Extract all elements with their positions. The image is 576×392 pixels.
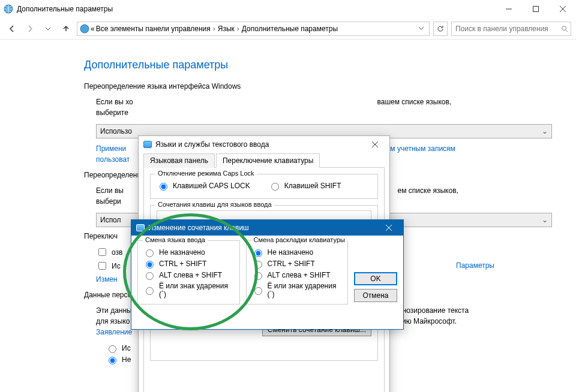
keyboard-icon [136,224,145,231]
dialog-title: Изменение сочетания клавиш [148,224,249,232]
dialog-titlebar: Изменение сочетания клавиш [131,220,403,236]
tab-language-bar[interactable]: Языковая панель [143,153,215,168]
checkbox[interactable] [98,262,106,270]
group-label: Смена раскладки клавиатуры [251,236,347,243]
radio[interactable] [254,287,262,295]
svg-point-3 [562,26,566,30]
back-button[interactable] [5,22,19,36]
radio-capslock[interactable]: Клавишей CAPS LOCK [157,181,250,191]
breadcrumb-dropdown[interactable] [416,25,427,33]
tab-strip: Языковая панель Переключение клавиатуры [143,153,385,168]
chevron-right-icon: › [236,25,241,33]
group-label: Смена языка ввода [143,236,208,243]
radio-ctrl-shift[interactable]: CTRL + SHIFT [251,259,343,269]
radio[interactable] [254,261,262,269]
forward-button[interactable] [23,22,37,36]
breadcrumb-item[interactable]: Все элементы панели управления [96,25,211,33]
layout-group: Смена раскладки клавиатуры Не назначено … [246,240,349,304]
close-button[interactable] [363,137,387,152]
section-text: Если вы хо вашем списке языков, выберите [96,97,492,118]
radio[interactable] [254,249,262,257]
radio[interactable] [160,183,167,191]
chevron-down-icon: ⌄ [542,127,548,135]
privacy-link[interactable]: Заявление [96,328,132,336]
radio[interactable] [146,249,154,257]
search-input[interactable] [454,24,561,34]
navigation-bar: « Все элементы панели управления › Язык … [0,18,576,40]
radio[interactable] [146,261,154,269]
chevron-down-icon: ⌄ [542,216,548,224]
radio-grave[interactable]: Ё или знак ударения (`) [251,282,343,298]
dialog-titlebar: Языки и службы текстового ввода [139,136,389,153]
dialog-title: Языки и службы текстового ввода [155,140,269,149]
radio[interactable] [146,272,154,280]
radio-none[interactable]: Не назначено [143,248,235,257]
svg-point-2 [80,25,89,33]
parameters-link[interactable]: Параметры [456,261,494,270]
group-label: Сочетания клавиш для языков ввода [155,201,274,208]
search-icon [561,25,568,32]
radio-grave[interactable]: Ё или знак ударения (`) [143,282,235,298]
search-box[interactable] [451,22,571,36]
breadcrumb-prefix: « [91,25,95,33]
input-language-group: Смена языка ввода Не назначено CTRL + SH… [137,240,240,304]
window-titlebar: Дополнительные параметры [0,0,576,18]
radio-ctrl-shift[interactable]: CTRL + SHIFT [143,259,235,269]
page-title: Дополнительные параметры [84,59,492,71]
breadcrumb-icon [80,24,89,34]
group-label: Отключение режима Caps Lock [155,170,257,177]
section-header-ui-lang: Переопределение языка интерфейса Windows [84,82,492,91]
recent-button[interactable] [41,22,55,36]
keyboard-icon [143,141,152,148]
ok-button[interactable]: OK [354,272,397,285]
radio[interactable] [109,345,116,353]
capslock-group: Отключение режима Caps Lock Клавишей CAP… [150,174,378,199]
window-title: Дополнительные параметры [17,5,113,13]
breadcrumb[interactable]: « Все элементы панели управления › Язык … [77,22,430,36]
radio[interactable] [109,357,116,364]
content-area: Дополнительные параметры Переопределение… [0,40,576,392]
user-link[interactable]: пользоват [96,155,130,164]
svg-rect-1 [533,7,538,12]
up-button[interactable] [59,22,73,36]
breadcrumb-item[interactable]: Язык [218,25,235,33]
radio[interactable] [254,272,262,280]
tab-keyboard-switch[interactable]: Переключение клавиатуры [216,153,320,168]
change-link[interactable]: Измен [96,275,118,284]
close-button[interactable] [377,221,401,235]
radio[interactable] [146,287,154,295]
minimize-button[interactable] [495,0,522,18]
maximize-button[interactable] [522,0,549,18]
checkbox[interactable] [98,248,106,256]
refresh-button[interactable] [433,22,448,36]
radio[interactable] [271,183,279,191]
change-hotkey-dialog: Изменение сочетания клавиш Смена языка в… [131,219,404,330]
radio-alt-shift[interactable]: ALT слева + SHIFT [251,270,343,280]
breadcrumb-item[interactable]: Дополнительные параметры [242,25,338,33]
radio-shift[interactable]: Клавишей SHIFT [268,181,341,191]
close-button[interactable] [549,0,576,18]
chevron-right-icon: › [212,25,217,33]
app-icon [4,4,13,14]
cancel-button[interactable]: Отмена [354,289,397,302]
apply-link[interactable]: Примени [96,144,126,153]
radio-alt-shift[interactable]: ALT слева + SHIFT [143,270,235,280]
radio-none[interactable]: Не назначено [251,248,343,257]
